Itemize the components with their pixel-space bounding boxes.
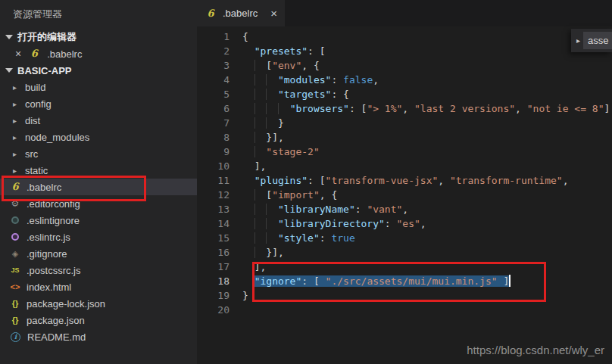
code-token: true <box>331 232 354 244</box>
indent-guide <box>254 189 267 201</box>
line-content: "style": true <box>242 231 612 245</box>
close-icon[interactable]: × <box>15 48 21 59</box>
indent-guide <box>242 175 254 186</box>
html-icon: <> <box>9 281 21 293</box>
indent-guide <box>266 218 278 229</box>
sidebar-item-.gitignore[interactable]: ◈.gitignore <box>0 245 197 262</box>
indent-guide <box>266 74 278 86</box>
code-line-10[interactable]: 10 ], <box>197 159 612 173</box>
open-editor-item-.babelrc[interactable]: ×6.babelrc <box>0 45 197 62</box>
sidebar-item-.postcssrc.js[interactable]: JS.postcssrc.js <box>0 262 197 278</box>
close-icon[interactable]: × <box>270 7 277 20</box>
code-token: : <box>385 218 397 229</box>
indent-guide <box>242 218 254 229</box>
code-token: false <box>343 74 373 86</box>
tree-item-label: .eslintrc.js <box>27 232 70 243</box>
line-content: "plugins": ["transform-vue-jsx", "transf… <box>242 173 612 188</box>
tree-item-label: package.json <box>27 315 85 326</box>
tree-item-label: static <box>25 165 48 176</box>
indent-guide <box>242 117 254 129</box>
code-line-6[interactable]: 6 "browsers": ["> 1%", "last 2 versions"… <box>197 101 612 116</box>
indent-guide <box>242 146 254 157</box>
open-editors-header[interactable]: 打开的编辑器 <box>0 29 197 45</box>
code-line-7[interactable]: 7 } <box>197 116 612 130</box>
code-line-4[interactable]: 4 "modules": false, <box>197 73 612 87</box>
code-line-20[interactable]: 20 <box>197 303 612 317</box>
indent-guide <box>242 275 254 287</box>
chevron-right-icon: ▸ <box>13 133 19 142</box>
indent-guide <box>254 117 267 129</box>
sidebar-item-.eslintignore[interactable]: .eslintignore <box>0 212 197 229</box>
code-line-9[interactable]: 9 "stage-2" <box>197 145 612 159</box>
sidebar-item-.babelrc[interactable]: 6.babelrc <box>0 179 197 195</box>
sidebar-item-node_modules[interactable]: ▸node_modules <box>0 129 197 145</box>
project-section-header[interactable]: BASIC-APP <box>0 62 197 79</box>
line-content: "browsers": ["> 1%", "last 2 versions", … <box>242 101 612 116</box>
code-line-1[interactable]: 1{ <box>197 30 612 44</box>
code-line-11[interactable]: 11 "plugins": ["transform-vue-jsx", "tra… <box>197 173 612 188</box>
chevron-right-icon: ▸ <box>13 100 19 108</box>
code-token: , <box>373 74 379 86</box>
line-content: "libraryName": "vant", <box>242 202 612 216</box>
line-number: 11 <box>197 173 242 188</box>
tree-item-label: .editorconfig <box>27 198 80 210</box>
code-editor[interactable]: 1{2 "presets": [3 ["env", {4 "modules": … <box>197 26 612 364</box>
code-token: , <box>402 103 414 114</box>
indent-guide <box>242 74 254 86</box>
sidebar-item-static[interactable]: ▸static <box>0 162 197 179</box>
line-number: 8 <box>197 130 242 145</box>
line-content: ["env", { <box>242 58 612 73</box>
sidebar-item-.editorconfig[interactable]: ⚙.editorconfig <box>0 195 197 212</box>
json-icon: {} <box>9 297 21 310</box>
line-number: 19 <box>197 288 242 303</box>
code-token: "vant" <box>367 204 402 215</box>
code-line-2[interactable]: 2 "presets": [ <box>197 44 612 58</box>
sidebar-item-README.md[interactable]: iREADME.md <box>0 328 197 345</box>
tree-item-label: README.md <box>27 331 86 343</box>
assets-popup: ▸ asse <box>571 29 612 52</box>
line-number: 13 <box>197 202 242 216</box>
sidebar-item-config[interactable]: ▸config <box>0 95 197 112</box>
code-line-3[interactable]: 3 ["env", { <box>197 58 612 73</box>
code-line-16[interactable]: 16 }], <box>197 245 612 260</box>
code-line-12[interactable]: 12 ["import", { <box>197 188 612 202</box>
code-line-13[interactable]: 13 "libraryName": "vant", <box>197 202 612 216</box>
code-token: : <box>331 74 343 86</box>
code-token: } <box>242 290 248 301</box>
code-token: , <box>563 175 569 186</box>
indent-guide <box>242 232 254 244</box>
line-number: 4 <box>197 73 242 87</box>
chevron-right-icon: ▸ <box>13 117 19 125</box>
tab-babelrc[interactable]: 6 .babelrc × <box>197 0 285 26</box>
code-token: ] <box>498 275 510 287</box>
open-editors-label: 打开的编辑器 <box>17 30 76 44</box>
tree-item-label: .postcssrc.js <box>27 265 81 276</box>
indent-guide <box>266 232 278 244</box>
chevron-right-icon: ▸ <box>13 150 19 158</box>
indent-guide <box>266 103 278 114</box>
line-number: 2 <box>197 44 242 58</box>
code-line-19[interactable]: 19} <box>197 288 612 303</box>
sidebar-item-package-lock.json[interactable]: {}package-lock.json <box>0 295 197 312</box>
code-line-17[interactable]: 17 ], <box>197 260 612 274</box>
line-number: 5 <box>197 87 242 101</box>
line-content: }], <box>242 245 612 260</box>
code-token: "env" <box>272 60 301 71</box>
code-token: "./src/assets/mui/mui.min.js" <box>326 275 498 287</box>
code-line-14[interactable]: 14 "libraryDirectory": "es", <box>197 216 612 231</box>
line-number: 7 <box>197 116 242 130</box>
code-line-8[interactable]: 8 }], <box>197 130 612 145</box>
sidebar-item-src[interactable]: ▸src <box>0 145 197 162</box>
code-line-5[interactable]: 5 "targets": { <box>197 87 612 101</box>
indent-guide <box>254 103 267 114</box>
sidebar-item-package.json[interactable]: {}package.json <box>0 312 197 328</box>
code-token: ], <box>254 160 267 172</box>
sidebar-item-dist[interactable]: ▸dist <box>0 112 197 129</box>
sidebar-item-index.html[interactable]: <>index.html <box>0 278 197 295</box>
sidebar-item-.eslintrc.js[interactable]: .eslintrc.js <box>0 229 197 245</box>
sidebar-item-build[interactable]: ▸build <box>0 79 197 95</box>
code-line-15[interactable]: 15 "style": true <box>197 231 612 245</box>
line-number: 6 <box>197 101 242 116</box>
chevron-down-icon <box>5 35 13 39</box>
code-line-18[interactable]: 18 "ignore": [ "./src/assets/mui/mui.min… <box>197 274 612 288</box>
